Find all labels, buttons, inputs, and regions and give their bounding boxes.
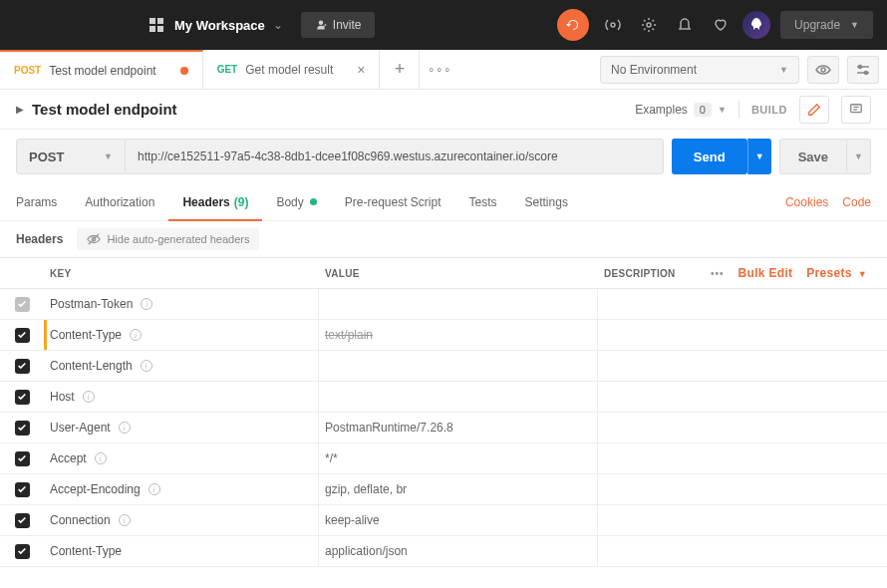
request-subnav: Params Authorization Headers(9) Body Pre… (0, 183, 887, 221)
info-icon[interactable]: i (141, 298, 152, 310)
comment-button[interactable] (841, 96, 871, 124)
svg-point-8 (865, 71, 868, 74)
caret-down-icon: ▼ (779, 65, 788, 75)
settings-sliders-button[interactable] (847, 56, 879, 84)
column-description: DESCRIPTION (598, 268, 711, 279)
headers-toolbar: Headers Hide auto-generated headers (0, 221, 887, 257)
info-icon[interactable]: i (119, 514, 131, 526)
svg-point-5 (647, 23, 651, 27)
column-key: KEY (44, 268, 319, 279)
expand-caret-icon[interactable]: ▶ (16, 104, 24, 115)
header-row: User-AgentiPostmanRuntime/7.26.8 (0, 413, 887, 443)
header-checkbox[interactable] (15, 297, 30, 312)
workspace-grid-icon[interactable] (148, 17, 164, 33)
method-badge: GET (217, 64, 238, 75)
invite-button[interactable]: Invite (301, 12, 376, 38)
svg-point-4 (611, 23, 615, 27)
examples-count-badge: 0 (694, 103, 712, 117)
header-checkbox[interactable] (15, 451, 30, 466)
save-button[interactable]: Save (779, 139, 847, 174)
header-row: Content-Typeitext/plain (0, 320, 887, 351)
save-options-button[interactable]: ▼ (847, 139, 871, 174)
heart-icon[interactable] (705, 9, 737, 41)
caret-down-icon: ▼ (858, 269, 867, 279)
header-checkbox[interactable] (15, 421, 30, 436)
new-tab-button[interactable]: + (380, 50, 420, 89)
header-key[interactable]: Hosti (44, 382, 319, 412)
caret-down-icon: ▼ (718, 105, 727, 115)
code-link[interactable]: Code (842, 195, 871, 209)
header-checkbox[interactable] (15, 328, 30, 343)
header-key[interactable]: Content-Typei (44, 320, 319, 350)
environment-select[interactable]: No Environment ▼ (600, 56, 799, 84)
column-options-button[interactable]: ••• (711, 268, 725, 279)
satellite-icon[interactable] (597, 9, 629, 41)
bell-icon[interactable] (669, 9, 701, 41)
cookies-link[interactable]: Cookies (785, 195, 828, 209)
info-icon[interactable]: i (95, 452, 107, 464)
tab-overflow-button[interactable]: ∘∘∘ (420, 50, 459, 89)
header-value[interactable]: keep-alive (319, 505, 598, 535)
header-value[interactable]: application/json (319, 536, 598, 566)
header-row: Hosti (0, 382, 887, 413)
header-key[interactable]: Connectioni (44, 505, 319, 535)
body-indicator-dot (310, 198, 317, 205)
hide-autogenerated-button[interactable]: Hide auto-generated headers (77, 228, 259, 250)
header-value[interactable]: text/plain (319, 320, 598, 350)
send-options-button[interactable]: ▼ (747, 139, 771, 174)
header-value[interactable]: */* (319, 443, 598, 473)
subnav-settings[interactable]: Settings (511, 183, 582, 220)
header-checkbox[interactable] (15, 513, 30, 528)
subnav-headers[interactable]: Headers(9) (168, 183, 262, 220)
header-checkbox[interactable] (15, 544, 30, 559)
subnav-params[interactable]: Params (16, 183, 71, 220)
header-value[interactable] (319, 382, 598, 412)
subnav-body[interactable]: Body (262, 183, 330, 220)
svg-rect-2 (149, 26, 155, 32)
header-checkbox[interactable] (15, 482, 30, 497)
header-checkbox[interactable] (15, 390, 30, 405)
header-value[interactable] (319, 351, 598, 381)
tab-get-model-result[interactable]: GET Get model result × (203, 50, 381, 89)
header-checkbox[interactable] (15, 359, 30, 374)
workspace-name[interactable]: My Workspace (174, 18, 265, 33)
send-button[interactable]: Send (672, 139, 747, 174)
close-tab-icon[interactable]: × (357, 62, 365, 78)
header-key[interactable]: Accepti (44, 443, 319, 473)
info-icon[interactable]: i (83, 391, 95, 403)
bulk-edit-link[interactable]: Bulk Edit (739, 266, 793, 280)
build-button[interactable]: BUILD (751, 104, 787, 116)
examples-dropdown[interactable]: Examples 0 ▼ (635, 103, 727, 117)
header-key[interactable]: Accept-Encodingi (44, 474, 319, 504)
url-input[interactable] (126, 139, 664, 174)
header-value[interactable]: gzip, deflate, br (319, 474, 598, 504)
request-header: ▶ Test model endpoint Examples 0 ▼ BUILD (0, 90, 887, 130)
header-key[interactable]: Content-Type (44, 536, 319, 566)
header-key[interactable]: Postman-Tokeni (44, 289, 319, 319)
subnav-tests[interactable]: Tests (455, 183, 511, 220)
edit-button[interactable] (799, 96, 829, 124)
environment-quicklook-button[interactable] (807, 56, 839, 84)
header-value[interactable]: PostmanRuntime/7.26.8 (319, 413, 598, 442)
settings-icon[interactable] (633, 9, 665, 41)
subnav-prerequest[interactable]: Pre-request Script (331, 183, 455, 220)
info-icon[interactable]: i (148, 483, 160, 495)
subnav-authorization[interactable]: Authorization (71, 183, 168, 220)
upgrade-button[interactable]: Upgrade▼ (780, 11, 873, 39)
method-select[interactable]: POST ▼ (16, 139, 126, 174)
header-row: Accepti*/* (0, 443, 887, 474)
workspace-chevron-icon[interactable]: ⌄ (273, 18, 283, 32)
header-row: Accept-Encodingigzip, deflate, br (0, 474, 887, 505)
tab-test-model-endpoint[interactable]: POST Test model endpoint (0, 50, 203, 89)
info-icon[interactable]: i (130, 329, 142, 341)
tab-bar: POST Test model endpoint GET Get model r… (0, 50, 887, 90)
header-key[interactable]: User-Agenti (44, 413, 319, 442)
header-value[interactable] (319, 289, 598, 319)
request-title: Test model endpoint (32, 101, 177, 118)
info-icon[interactable]: i (119, 422, 131, 434)
info-icon[interactable]: i (141, 360, 152, 372)
user-avatar[interactable] (742, 11, 770, 39)
presets-dropdown[interactable]: Presets▼ (806, 266, 867, 280)
sync-button[interactable] (557, 9, 589, 41)
header-key[interactable]: Content-Lengthi (44, 351, 319, 381)
